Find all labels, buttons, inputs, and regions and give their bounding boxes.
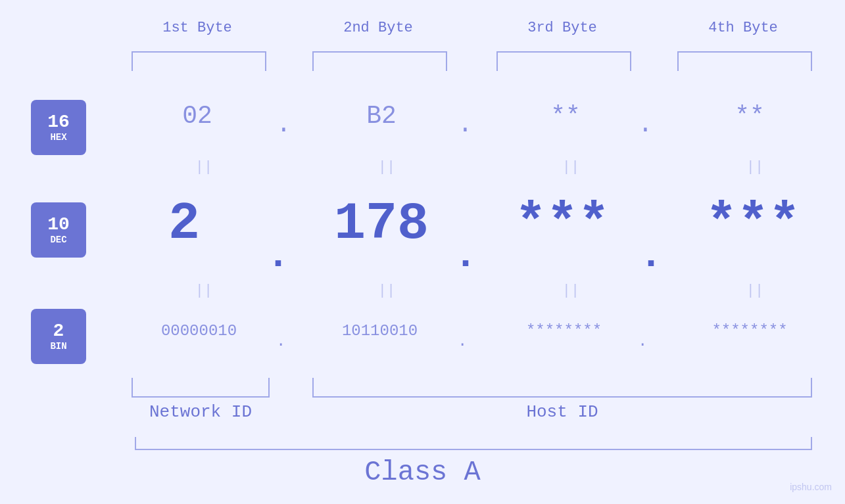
host-id-bracket xyxy=(312,378,812,398)
equals-dec-bin-2: || xyxy=(367,283,406,299)
bin-badge-num: 2 xyxy=(53,321,64,342)
equals-hex-dec-4: || xyxy=(735,159,775,175)
byte1-bin: 00000010 xyxy=(122,322,276,340)
equals-hex-dec-2: || xyxy=(367,159,406,175)
dot-hex-3: . xyxy=(638,110,653,139)
byte3-top-bracket xyxy=(496,51,631,71)
byte1-dec: 2 xyxy=(125,194,243,254)
byte1-header: 1st Byte xyxy=(125,20,270,36)
watermark: ipshu.com xyxy=(790,482,832,492)
byte2-header: 2nd Byte xyxy=(306,20,450,36)
class-a-bracket xyxy=(135,437,812,450)
dot-dec-3: . xyxy=(639,233,663,278)
host-id-label: Host ID xyxy=(312,402,812,422)
dot-bin-3: . xyxy=(638,332,647,350)
byte1-hex: 02 xyxy=(145,102,250,130)
dec-badge-num: 10 xyxy=(47,215,70,235)
network-id-bracket xyxy=(132,378,270,398)
dot-bin-1: . xyxy=(276,332,285,350)
equals-dec-bin-3: || xyxy=(551,283,591,299)
main-container: 16 HEX 10 DEC 2 BIN 1st Byte 2nd Byte 3r… xyxy=(0,0,845,504)
byte4-header: 4th Byte xyxy=(671,20,815,36)
byte1-top-bracket xyxy=(132,51,266,71)
dec-badge: 10 DEC xyxy=(31,202,86,258)
class-a-label: Class A xyxy=(0,457,845,488)
network-id-label: Network ID xyxy=(132,402,270,422)
byte3-bin: ******** xyxy=(487,322,641,340)
byte3-header: 3rd Byte xyxy=(490,20,635,36)
byte4-hex: ** xyxy=(697,102,802,130)
dot-hex-2: . xyxy=(458,110,473,139)
dot-bin-2: . xyxy=(458,332,467,350)
dot-dec-1: . xyxy=(266,233,290,278)
hex-badge-label: HEX xyxy=(50,132,66,143)
byte2-hex: B2 xyxy=(329,102,434,130)
hex-badge: 16 HEX xyxy=(31,100,86,155)
byte4-dec: *** xyxy=(677,194,829,254)
byte3-dec: *** xyxy=(487,194,638,254)
byte4-top-bracket xyxy=(677,51,812,71)
byte3-hex: ** xyxy=(513,102,618,130)
equals-dec-bin-4: || xyxy=(735,283,775,299)
byte2-dec: 178 xyxy=(299,194,464,254)
hex-badge-num: 16 xyxy=(47,112,70,133)
equals-hex-dec-1: || xyxy=(184,159,224,175)
equals-hex-dec-3: || xyxy=(551,159,591,175)
dec-badge-label: DEC xyxy=(50,235,66,245)
byte2-top-bracket xyxy=(312,51,447,71)
bin-badge: 2 BIN xyxy=(31,309,86,364)
bin-badge-label: BIN xyxy=(50,341,66,352)
equals-dec-bin-1: || xyxy=(184,283,224,299)
dot-dec-2: . xyxy=(454,233,477,278)
dot-hex-1: . xyxy=(276,110,291,139)
byte2-bin: 10110010 xyxy=(302,322,457,340)
byte4-bin: ******** xyxy=(671,322,829,340)
